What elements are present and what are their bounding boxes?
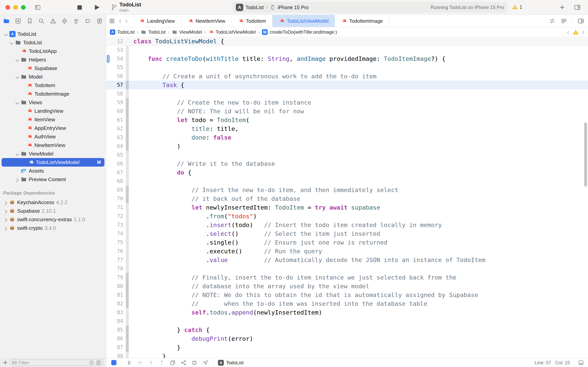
- line-number[interactable]: 86: [106, 334, 126, 343]
- filter-input[interactable]: [19, 360, 87, 366]
- sidebar-item-todoitem[interactable]: TodoItem: [0, 81, 106, 90]
- sidebar-item-todolist[interactable]: ATodoList: [0, 30, 106, 38]
- code-editor[interactable]: 12class TodoListViewModel { 5354 func cr…: [106, 37, 588, 358]
- line-number[interactable]: 66: [106, 159, 126, 168]
- breakpoints-icon[interactable]: [84, 18, 91, 24]
- chevron-right-icon[interactable]: [3, 217, 9, 222]
- breadcrumb-item[interactable]: ViewModel: [172, 29, 202, 35]
- chevron-down-icon[interactable]: [9, 40, 15, 45]
- tab-TodoItem[interactable]: TodoItem: [232, 15, 272, 27]
- code-line[interactable]: 87 }: [106, 343, 588, 352]
- sidebar-item-todolist[interactable]: TodoList: [0, 38, 106, 47]
- line-number[interactable]: 79: [106, 273, 126, 282]
- sidebar-item-viewmodel[interactable]: ViewModel: [0, 150, 106, 158]
- sidebar-item-todoitemimage[interactable]: TodoItemImage: [0, 90, 106, 98]
- chevron-down-icon[interactable]: [14, 100, 20, 105]
- line-number[interactable]: 83: [106, 308, 126, 317]
- line-number[interactable]: 87: [106, 343, 126, 352]
- code-line[interactable]: 74 .select() // Select the item just ins…: [106, 229, 588, 238]
- chevron-down-icon[interactable]: [14, 57, 20, 63]
- code-line[interactable]: 63 done: false: [106, 133, 588, 142]
- source-control-icon[interactable]: [15, 18, 21, 24]
- code-line[interactable]: 77 .value // Automatically decode the JS…: [106, 256, 588, 264]
- run-button[interactable]: [95, 5, 100, 10]
- sidebar-item-itemview[interactable]: ItemView: [0, 115, 106, 124]
- debug-graph-icon[interactable]: [180, 360, 187, 366]
- line-number[interactable]: 59: [106, 98, 126, 107]
- scheme-selector[interactable]: A TodoList › iPhone 15 Pro Running TodoL…: [232, 2, 507, 13]
- code-line[interactable]: 67 do {: [106, 168, 588, 177]
- code-line[interactable]: 73 .insert(todo) // Insert the todo item…: [106, 221, 588, 229]
- add-tab-button[interactable]: +: [560, 2, 565, 12]
- warning-count-badge[interactable]: 1: [512, 4, 522, 10]
- line-number[interactable]: 84: [106, 317, 126, 325]
- close-traffic-light[interactable]: [5, 5, 10, 10]
- code-line[interactable]: 78: [106, 264, 588, 273]
- sidebar-toggle-icon[interactable]: [34, 4, 41, 10]
- chevron-down-icon[interactable]: [14, 74, 20, 80]
- line-number[interactable]: 75: [106, 238, 126, 247]
- code-line[interactable]: 62 title: title,: [106, 125, 588, 133]
- scheme-destination[interactable]: iPhone 15 Pro: [278, 5, 308, 10]
- debug-area-toggle-icon[interactable]: [578, 360, 584, 366]
- sidebar-item-appentryview[interactable]: AppEntryView: [0, 124, 106, 132]
- line-number[interactable]: 65: [106, 151, 126, 159]
- code-line[interactable]: 72 .from("todos"): [106, 212, 588, 221]
- code-line[interactable]: 83 self.todos.append(newlyInsertedItem): [106, 308, 588, 317]
- code-line[interactable]: 81 // NOTE: We do this to obtain the id …: [106, 291, 588, 299]
- next-issue-button[interactable]: ›: [582, 28, 585, 36]
- code-line[interactable]: 82 // when the to-do item was inserted i…: [106, 299, 588, 308]
- back-button[interactable]: ‹: [117, 15, 123, 27]
- sidebar-item-supabase[interactable]: Supabase: [0, 64, 106, 73]
- code-line[interactable]: 65: [106, 151, 588, 159]
- tab-TodoItemImage[interactable]: TodoItemImage: [335, 15, 389, 27]
- code-line[interactable]: 55: [106, 63, 588, 72]
- code-line[interactable]: 59 // Create the new to-do item instance: [106, 98, 588, 107]
- minimize-traffic-light[interactable]: [13, 5, 18, 10]
- line-number[interactable]: 73: [106, 221, 126, 229]
- add-editor-icon[interactable]: [578, 18, 584, 24]
- code-line[interactable]: 54 func createToDo(withTitle title: Stri…: [106, 54, 588, 63]
- sidebar-item-model[interactable]: Model: [0, 73, 106, 81]
- issue-warning-icon[interactable]: [572, 29, 579, 35]
- line-number[interactable]: 55: [106, 63, 126, 72]
- add-file-button[interactable]: +: [0, 359, 9, 367]
- breakpoints-toggle-button[interactable]: [111, 360, 117, 365]
- sidebar-item-authview[interactable]: AuthView: [0, 132, 106, 141]
- breadcrumb-item[interactable]: McreateToDo(withTitle:andImage:): [262, 29, 337, 35]
- chevron-right-icon[interactable]: [14, 176, 20, 182]
- sidebar-item-newitemview[interactable]: NewItemView: [0, 141, 106, 150]
- memory-graph-icon[interactable]: [191, 360, 198, 366]
- package-item-supabase[interactable]: Supabase2.10.1: [0, 207, 106, 215]
- sidebar-item-helpers[interactable]: Helpers: [0, 55, 106, 64]
- stop-button[interactable]: [77, 5, 82, 10]
- code-line[interactable]: 71 let newlyInsertedItem: TodoItem = try…: [106, 203, 588, 212]
- code-line[interactable]: 58: [106, 89, 588, 98]
- scm-filter-icon[interactable]: [96, 360, 101, 366]
- code-line[interactable]: 61 let todo = TodoItem(: [106, 116, 588, 125]
- code-line[interactable]: 57 Task {: [106, 81, 588, 89]
- line-number[interactable]: 80: [106, 282, 126, 291]
- code-line[interactable]: 53: [106, 46, 588, 54]
- running-process[interactable]: A TodoList: [218, 360, 244, 366]
- tab-NewItemView[interactable]: NewItemView: [181, 15, 232, 27]
- issues-icon[interactable]: [50, 18, 56, 24]
- sidebar-item-preview-content[interactable]: Preview Content: [0, 175, 106, 184]
- sidebar-item-assets[interactable]: Assets: [0, 167, 106, 175]
- editor-scrollbar[interactable]: [584, 123, 587, 187]
- code-line[interactable]: 69 // Insert the new to-do item, and the…: [106, 186, 588, 194]
- line-number[interactable]: 64: [106, 142, 126, 151]
- line-number[interactable]: 60: [106, 107, 126, 116]
- breadcrumb-item[interactable]: TodoList: [141, 29, 166, 35]
- package-item-keychainaccess[interactable]: KeychainAccess4.2.2: [0, 198, 106, 207]
- scheme-target[interactable]: TodoList: [246, 5, 264, 10]
- chevron-down-icon[interactable]: [14, 151, 20, 157]
- chevron-down-icon[interactable]: [3, 31, 9, 37]
- tests-icon[interactable]: [61, 18, 68, 24]
- bookmarks-icon[interactable]: [26, 18, 33, 24]
- line-number[interactable]: 56: [106, 72, 126, 81]
- line-number[interactable]: 61: [106, 116, 126, 125]
- line-number[interactable]: 62: [106, 125, 126, 133]
- line-number[interactable]: 76: [106, 247, 126, 256]
- recents-icon[interactable]: [89, 360, 94, 366]
